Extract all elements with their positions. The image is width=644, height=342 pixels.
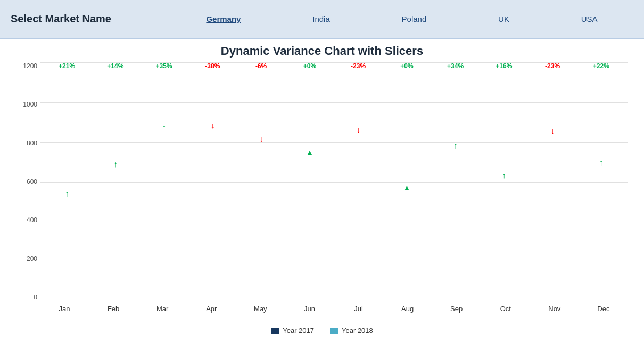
bars-and-labels: +35%↑ bbox=[140, 62, 188, 302]
x-label-apr: Apr bbox=[187, 305, 236, 313]
y-label: 400 bbox=[16, 216, 40, 224]
legend-item-y2017: Year 2017 bbox=[271, 327, 314, 335]
bars-and-labels: -23%↓ bbox=[529, 62, 577, 302]
y-label: 1200 bbox=[16, 62, 40, 70]
arrow-indicator: ↑ bbox=[162, 125, 166, 132]
arrow-indicator: ▲ bbox=[306, 148, 313, 157]
legend-label: Year 2017 bbox=[283, 327, 314, 335]
month-group-apr: -38%↓ bbox=[188, 62, 237, 302]
variance-label: +22% bbox=[593, 62, 609, 142]
variance-label: +0% bbox=[303, 62, 316, 133]
slicer-germany[interactable]: Germany bbox=[202, 12, 245, 26]
month-group-feb: +14%↑ bbox=[91, 62, 139, 302]
y-label: 600 bbox=[16, 178, 40, 185]
arrow-indicator: ↓ bbox=[259, 136, 263, 143]
bars-and-labels: -23%↓ bbox=[334, 62, 383, 302]
y-label: 800 bbox=[16, 140, 40, 147]
x-label-oct: Oct bbox=[481, 305, 530, 313]
bars-and-labels: +21%↑ bbox=[43, 62, 91, 302]
arrow-indicator: ↓ bbox=[210, 123, 214, 129]
bars-and-labels: +34%↑ bbox=[431, 62, 480, 302]
variance-label: -23% bbox=[351, 62, 366, 110]
arrow-indicator: ↑ bbox=[113, 161, 118, 168]
chart-area: Dynamic Variance Chart with Slicers 0200… bbox=[0, 39, 644, 342]
bars-and-labels: +16%↑ bbox=[480, 62, 528, 302]
arrow-indicator: ↓ bbox=[356, 127, 360, 134]
variance-label: +35% bbox=[156, 62, 172, 108]
x-label-may: May bbox=[236, 305, 285, 313]
arrow-indicator: ▲ bbox=[403, 183, 410, 192]
x-label-dec: Dec bbox=[579, 305, 628, 313]
legend-color-box bbox=[271, 328, 279, 334]
chart-inner: +21%↑+14%↑+35%↑-38%↓-6%↓+0%▲-23%↓+0%▲+34… bbox=[40, 62, 628, 323]
month-group-jul: -23%↓ bbox=[334, 62, 383, 302]
legend-label: Year 2018 bbox=[342, 327, 373, 335]
slicer-india[interactable]: India bbox=[308, 12, 334, 26]
bars-and-labels: +22%↑ bbox=[577, 62, 625, 302]
arrow-indicator: ↓ bbox=[550, 128, 555, 135]
month-group-jun: +0%▲ bbox=[285, 62, 334, 302]
bars-and-labels: +0%▲ bbox=[285, 62, 334, 302]
x-label-nov: Nov bbox=[530, 305, 579, 313]
variance-label: -6% bbox=[255, 62, 267, 118]
month-group-sep: +34%↑ bbox=[431, 62, 480, 302]
slicer-items: GermanyIndiaPolandUKUSA bbox=[170, 12, 633, 26]
arrow-indicator: ↑ bbox=[599, 160, 603, 167]
legend-color-box bbox=[330, 328, 338, 334]
month-group-dec: +22%↑ bbox=[577, 62, 625, 302]
bars-and-labels: -38%↓ bbox=[188, 62, 237, 302]
header-title: Select Market Name bbox=[11, 13, 170, 25]
variance-label: -23% bbox=[545, 62, 560, 110]
arrow-indicator: ↑ bbox=[65, 191, 69, 198]
variance-label: -38% bbox=[205, 62, 220, 105]
x-label-feb: Feb bbox=[89, 305, 138, 313]
y-label: 200 bbox=[16, 255, 40, 263]
bars-and-labels: +14%↑ bbox=[91, 62, 139, 302]
month-group-may: -6%↓ bbox=[237, 62, 285, 302]
variance-label: +16% bbox=[496, 62, 512, 156]
variance-label: +34% bbox=[447, 62, 464, 126]
x-label-jan: Jan bbox=[40, 305, 89, 313]
month-group-aug: +0%▲ bbox=[383, 62, 431, 302]
slicer-poland[interactable]: Poland bbox=[398, 12, 431, 26]
chart-container: 020040060080010001200 +21%↑+14%↑+35%↑-38… bbox=[16, 62, 628, 323]
month-group-oct: +16%↑ bbox=[480, 62, 528, 302]
x-label-jul: Jul bbox=[334, 305, 383, 313]
month-group-jan: +21%↑ bbox=[43, 62, 91, 302]
legend-item-y2018: Year 2018 bbox=[330, 327, 373, 335]
x-labels: JanFebMarAprMayJunJulAugSepOctNovDec bbox=[40, 302, 628, 323]
bars-and-labels: +0%▲ bbox=[383, 62, 431, 302]
slicer-uk[interactable]: UK bbox=[494, 12, 514, 26]
month-group-mar: +35%↑ bbox=[140, 62, 188, 302]
month-group-nov: -23%↓ bbox=[529, 62, 577, 302]
arrow-indicator: ↑ bbox=[453, 143, 458, 150]
header: Select Market Name GermanyIndiaPolandUKU… bbox=[0, 0, 644, 39]
bars-row: +21%↑+14%↑+35%↑-38%↓-6%↓+0%▲-23%↓+0%▲+34… bbox=[40, 62, 628, 302]
x-label-jun: Jun bbox=[285, 305, 334, 313]
legend: Year 2017Year 2018 bbox=[16, 327, 628, 337]
bars-and-labels: -6%↓ bbox=[237, 62, 285, 302]
variance-label: +21% bbox=[59, 62, 75, 174]
slicer-usa[interactable]: USA bbox=[577, 12, 602, 26]
x-label-sep: Sep bbox=[432, 305, 481, 313]
arrow-indicator: ↑ bbox=[502, 173, 506, 180]
chart-title: Dynamic Variance Chart with Slicers bbox=[16, 44, 628, 58]
variance-label: +14% bbox=[107, 62, 123, 144]
x-label-mar: Mar bbox=[138, 305, 187, 313]
variance-label: +0% bbox=[400, 62, 413, 168]
y-label: 0 bbox=[16, 294, 40, 301]
y-label: 1000 bbox=[16, 101, 40, 108]
x-label-aug: Aug bbox=[383, 305, 432, 313]
y-axis: 020040060080010001200 bbox=[16, 62, 40, 302]
